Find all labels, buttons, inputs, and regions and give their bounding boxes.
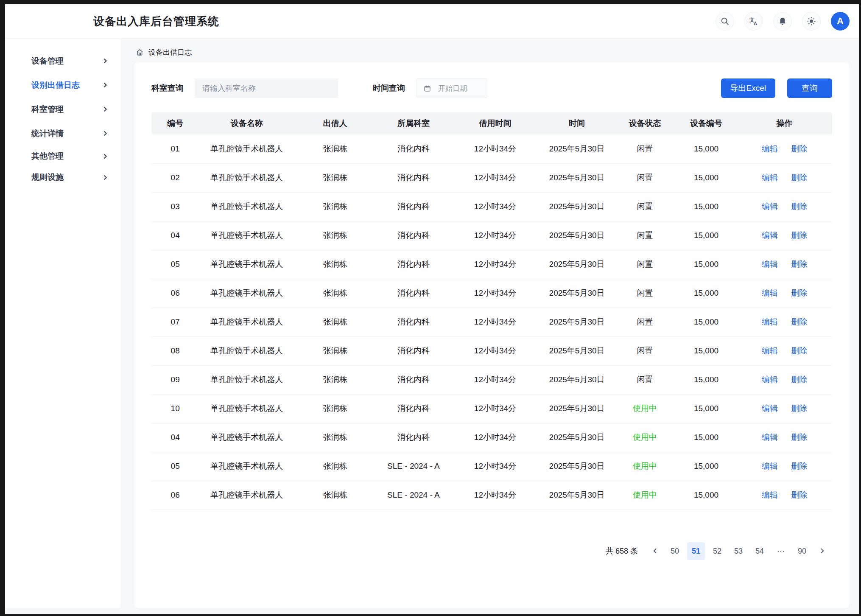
dept-query-label: 科室查询 [151, 83, 184, 94]
cell-borrow-duration: 12小时34分 [451, 163, 540, 192]
page-button[interactable]: 50 [666, 542, 684, 560]
cell-department: 消化内科 [376, 365, 451, 394]
query-button[interactable]: 查询 [787, 78, 832, 98]
prev-page-button[interactable] [647, 543, 663, 560]
sidebar-item-label: 规则设施 [31, 172, 64, 183]
cell-borrower: 张润栋 [294, 163, 376, 192]
cell-borrower: 张润栋 [294, 423, 376, 452]
pagination: 共 658 条 5051525354···90 [151, 542, 832, 560]
edit-link[interactable]: 编辑 [762, 404, 778, 413]
edit-link[interactable]: 编辑 [762, 346, 778, 355]
edit-link[interactable]: 编辑 [762, 317, 778, 326]
delete-link[interactable]: 删除 [791, 173, 807, 182]
edit-link[interactable]: 编辑 [762, 144, 778, 153]
edit-link[interactable]: 编辑 [762, 288, 778, 297]
cell-department: 消化内科 [376, 163, 451, 192]
start-date-placeholder: 开始日期 [438, 84, 467, 93]
chevron-right-icon [103, 154, 108, 159]
cell-device-status: 闲置 [614, 192, 675, 221]
delete-link[interactable]: 删除 [791, 462, 807, 470]
brightness-button[interactable] [802, 12, 821, 31]
delete-link[interactable]: 删除 [791, 202, 807, 211]
cell-actions: 编辑 删除 [737, 308, 832, 336]
app-window: 设备出入库后台管理系统 文A A [5, 4, 859, 614]
next-page-button[interactable] [814, 543, 830, 560]
sidebar-item-statistics[interactable]: 统计详情 [5, 121, 121, 146]
col-header-device-no: 设备编号 [676, 112, 737, 134]
cell-device-name: 单孔腔镜手术机器人 [199, 250, 294, 279]
cell-department: SLE - 2024 - A [376, 481, 451, 510]
cell-department: 消化内科 [376, 192, 451, 221]
breadcrumb-label: 设备出借日志 [148, 48, 192, 57]
translate-button[interactable]: 文A [744, 12, 763, 31]
delete-link[interactable]: 删除 [791, 490, 807, 499]
edit-link[interactable]: 编辑 [762, 490, 778, 499]
cell-actions: 编辑 删除 [737, 365, 832, 394]
export-excel-button[interactable]: 导出Excel [721, 78, 775, 98]
cell-actions: 编辑 删除 [737, 250, 832, 279]
edit-link[interactable]: 编辑 [762, 202, 778, 211]
cell-no: 08 [151, 336, 199, 365]
dept-search-input[interactable] [195, 78, 338, 98]
cell-department: 消化内科 [376, 134, 451, 163]
app-body: 设备管理 设别出借日志 科室管理 统计详情 其他管理 规则设施 [5, 39, 859, 614]
sidebar-item-rule-settings[interactable]: 规则设施 [5, 167, 121, 188]
header-actions: 文A A [716, 12, 859, 31]
page-button[interactable]: 54 [751, 542, 769, 560]
cell-device-no: 15,000 [676, 308, 737, 336]
cell-device-no: 15,000 [676, 452, 737, 481]
edit-link[interactable]: 编辑 [762, 231, 778, 240]
cell-device-no: 15,000 [676, 481, 737, 510]
sidebar-item-lending-log[interactable]: 设别出借日志 [5, 73, 121, 97]
cell-borrower: 张润栋 [294, 308, 376, 336]
sidebar-item-label: 设备管理 [31, 56, 64, 67]
page-button[interactable]: 51 [687, 542, 705, 560]
edit-link[interactable]: 编辑 [762, 375, 778, 384]
edit-link[interactable]: 编辑 [762, 260, 778, 269]
page-button[interactable]: 52 [708, 542, 726, 560]
table-header: 编号 设备名称 出借人 所属科室 借用时间 时间 设备状态 设备编号 操作 [151, 112, 832, 134]
table-row: 05 单孔腔镜手术机器人 张润栋 SLE - 2024 - A 12小时34分 … [151, 452, 832, 481]
cell-device-no: 15,000 [676, 365, 737, 394]
table-row: 08 单孔腔镜手术机器人 张润栋 消化内科 12小时34分 2025年5月30日… [151, 336, 832, 365]
table-row: 06 单孔腔镜手术机器人 张润栋 SLE - 2024 - A 12小时34分 … [151, 481, 832, 510]
cell-department: 消化内科 [376, 250, 451, 279]
cell-no: 09 [151, 365, 199, 394]
main-content: 设备出借日志 科室查询 时间查询 开始日期 导出Excel [121, 39, 859, 608]
cell-borrow-duration: 12小时34分 [451, 365, 540, 394]
cell-department: 消化内科 [376, 279, 451, 308]
cell-device-no: 15,000 [676, 423, 737, 452]
delete-link[interactable]: 删除 [791, 288, 807, 297]
sidebar-item-label: 统计详情 [31, 128, 64, 139]
delete-link[interactable]: 删除 [791, 346, 807, 355]
cell-department: SLE - 2024 - A [376, 452, 451, 481]
page-button[interactable]: 53 [730, 542, 747, 560]
search-button[interactable] [716, 12, 734, 31]
delete-link[interactable]: 删除 [791, 231, 807, 240]
table-body: 01 单孔腔镜手术机器人 张润栋 消化内科 12小时34分 2025年5月30日… [151, 134, 832, 510]
breadcrumb[interactable]: 设备出借日志 [134, 42, 849, 62]
delete-link[interactable]: 删除 [791, 375, 807, 384]
sidebar-item-other-management[interactable]: 其他管理 [5, 146, 121, 167]
cell-device-status: 使用中 [614, 394, 675, 423]
cell-borrower: 张润栋 [294, 279, 376, 308]
notification-button[interactable] [773, 12, 792, 31]
start-date-picker[interactable]: 开始日期 [416, 78, 487, 98]
delete-link[interactable]: 删除 [791, 404, 807, 413]
delete-link[interactable]: 删除 [791, 433, 807, 442]
sidebar-item-device-management[interactable]: 设备管理 [5, 49, 121, 73]
edit-link[interactable]: 编辑 [762, 173, 778, 182]
edit-link[interactable]: 编辑 [762, 462, 778, 470]
cell-device-no: 15,000 [676, 394, 737, 423]
cell-actions: 编辑 删除 [737, 336, 832, 365]
delete-link[interactable]: 删除 [791, 144, 807, 153]
cell-device-status: 使用中 [614, 423, 675, 452]
edit-link[interactable]: 编辑 [762, 433, 778, 442]
delete-link[interactable]: 删除 [791, 260, 807, 269]
cell-borrow-duration: 12小时34分 [451, 134, 540, 163]
delete-link[interactable]: 删除 [791, 317, 807, 326]
sidebar-item-department-management[interactable]: 科室管理 [5, 97, 121, 121]
user-avatar[interactable]: A [831, 12, 850, 31]
cell-actions: 编辑 删除 [737, 481, 832, 510]
page-button[interactable]: 90 [793, 542, 811, 560]
